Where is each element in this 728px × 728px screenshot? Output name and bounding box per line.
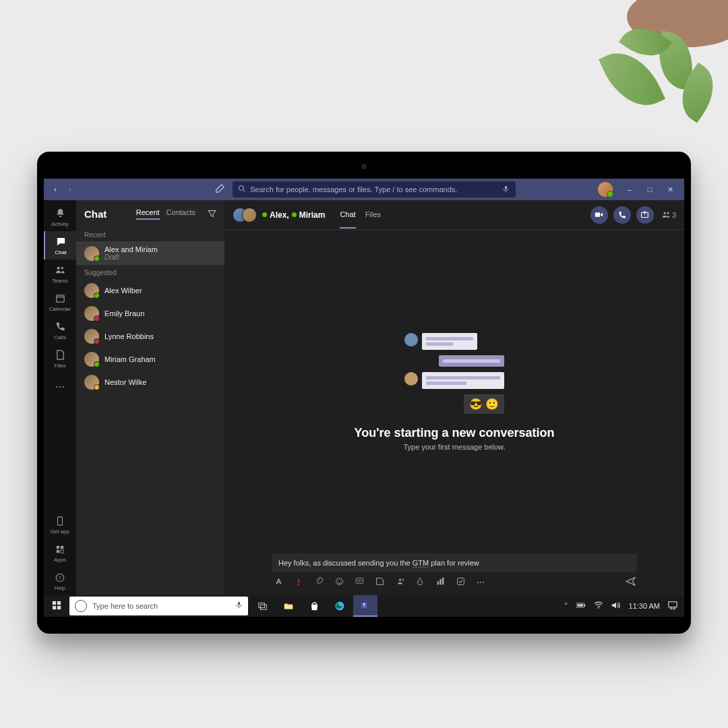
svg-rect-10 <box>57 549 59 552</box>
taskbar-search[interactable]: Type here to search <box>69 597 248 615</box>
tray-chevron-icon[interactable]: ˄ <box>564 602 568 611</box>
gif-button[interactable]: GIF <box>354 578 365 588</box>
rail-files[interactable]: Files <box>44 344 76 373</box>
file-icon <box>54 349 66 361</box>
poll-button[interactable] <box>435 577 446 588</box>
section-recent: Recent <box>76 227 224 241</box>
rail-more[interactable]: ⋯ <box>44 373 76 401</box>
priority-button[interactable]: ! <box>293 578 304 587</box>
svg-point-3 <box>57 267 59 270</box>
participants-count[interactable]: 3 <box>662 210 676 219</box>
rail-teams[interactable]: Teams <box>44 260 76 288</box>
svg-rect-11 <box>61 549 63 552</box>
send-button[interactable] <box>625 576 636 588</box>
avatar <box>84 375 99 390</box>
emoji-button[interactable] <box>334 577 344 588</box>
conversation-placeholder-illustration: 😎 🙂 <box>404 333 504 414</box>
attach-button[interactable] <box>313 577 324 588</box>
minimize-button[interactable]: – <box>619 179 640 200</box>
svg-text:T: T <box>363 603 365 607</box>
svg-point-17 <box>667 212 669 214</box>
task-view-button[interactable] <box>251 595 275 617</box>
maximize-button[interactable]: □ <box>640 179 660 200</box>
notifications-icon[interactable] <box>668 601 677 611</box>
svg-rect-43 <box>669 602 677 607</box>
participant-avatars <box>233 208 257 222</box>
apps-icon <box>54 543 66 555</box>
chat-item[interactable]: Nestor Wilke <box>76 371 224 394</box>
svg-text:?: ? <box>59 575 61 580</box>
edge-button[interactable] <box>328 595 352 617</box>
tab-files[interactable]: Files <box>365 202 381 229</box>
rail-chat[interactable]: Chat <box>44 231 76 260</box>
explorer-button[interactable] <box>276 595 301 617</box>
search-placeholder: Search for people, messages or files. Ty… <box>250 185 501 193</box>
avatar <box>84 329 99 344</box>
mobile-icon <box>54 515 66 527</box>
tab-recent[interactable]: Recent <box>136 208 160 220</box>
chat-item[interactable]: Lynne Robbins <box>76 325 224 348</box>
praise-button[interactable] <box>415 578 425 588</box>
sticker-button[interactable] <box>374 577 385 588</box>
avatar <box>84 246 99 261</box>
conversation-subline: Type your first message below. <box>403 443 505 451</box>
svg-rect-5 <box>56 295 63 302</box>
rail-calls[interactable]: Calls <box>44 316 76 344</box>
user-avatar[interactable] <box>598 182 613 197</box>
svg-text:GIF: GIF <box>357 579 362 582</box>
chat-header: Alex, Miriam Chat Files 3 <box>224 200 684 230</box>
avatar <box>84 352 99 367</box>
new-chat-button[interactable] <box>212 184 227 195</box>
svg-rect-9 <box>61 545 63 548</box>
rail-calendar[interactable]: Calendar <box>44 288 76 316</box>
svg-point-4 <box>61 267 63 269</box>
chat-item[interactable]: Emily Braun <box>76 302 224 325</box>
chat-item[interactable]: Miriam Graham <box>76 348 224 371</box>
nav-back-button[interactable]: ‹ <box>48 185 63 194</box>
teams-button[interactable]: T <box>353 595 377 617</box>
message-input[interactable]: Hey folks, as discussed sending you the … <box>272 553 637 572</box>
start-button[interactable] <box>44 601 69 612</box>
share-button[interactable] <box>636 206 654 224</box>
cortana-icon <box>75 600 87 612</box>
teams-icon <box>54 264 66 276</box>
nav-forward-button[interactable]: › <box>63 185 78 194</box>
svg-point-23 <box>398 578 400 580</box>
more-button[interactable]: ⋯ <box>475 578 486 587</box>
wifi-icon[interactable] <box>594 601 603 611</box>
approval-button[interactable] <box>455 577 466 588</box>
meetup-button[interactable] <box>394 577 405 588</box>
svg-rect-27 <box>457 578 464 585</box>
close-button[interactable]: ✕ <box>660 179 680 200</box>
tab-chat[interactable]: Chat <box>340 202 355 229</box>
chat-panel-title: Chat <box>84 208 129 220</box>
rail-help[interactable]: ? Help <box>44 567 76 595</box>
chat-icon <box>55 236 67 248</box>
section-suggested: Suggested <box>76 265 224 279</box>
rail-activity[interactable]: Activity <box>44 203 76 231</box>
video-call-button[interactable] <box>590 206 608 224</box>
filter-button[interactable] <box>208 209 216 219</box>
global-search[interactable]: Search for people, messages or files. Ty… <box>233 181 516 198</box>
search-icon <box>238 185 246 194</box>
rail-getapp[interactable]: Get app <box>44 510 76 539</box>
chat-item-alex-miriam[interactable]: Alex and Miriam Draft <box>76 241 224 265</box>
mic-icon[interactable] <box>235 601 243 611</box>
chat-list-panel: Chat Recent Contacts Recent Alex and Mir… <box>76 200 224 595</box>
chat-item[interactable]: Alex Wilber <box>76 279 224 302</box>
svg-rect-24 <box>437 582 438 585</box>
tab-contacts[interactable]: Contacts <box>166 208 195 220</box>
store-button[interactable] <box>302 595 326 617</box>
svg-rect-31 <box>57 605 61 609</box>
avatar <box>84 306 99 321</box>
format-button[interactable] <box>273 577 284 588</box>
volume-icon[interactable] <box>611 601 621 611</box>
svg-rect-33 <box>259 603 265 608</box>
rail-apps[interactable]: Apps <box>44 539 76 567</box>
svg-rect-28 <box>53 601 56 604</box>
chat-main: Alex, Miriam Chat Files 3 <box>224 200 684 595</box>
taskbar-clock[interactable]: 11:30 AM <box>629 602 660 610</box>
audio-call-button[interactable] <box>613 206 631 224</box>
mic-icon[interactable] <box>501 185 510 194</box>
battery-icon[interactable] <box>576 601 586 611</box>
